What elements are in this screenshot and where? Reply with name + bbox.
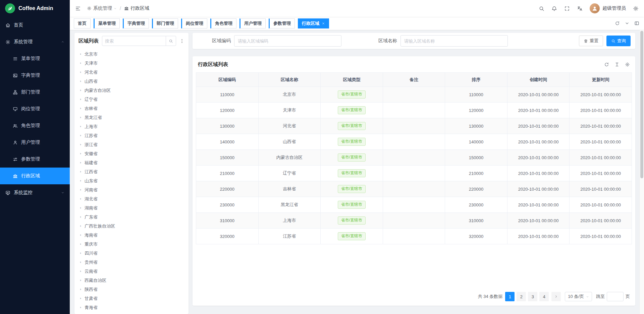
- tree-item[interactable]: 海南省: [74, 231, 189, 240]
- refresh-icon[interactable]: [604, 62, 609, 67]
- cell-region-code: 120000: [196, 103, 259, 118]
- tree-item-label: 云南省: [85, 268, 98, 274]
- tree-item[interactable]: 四川省: [74, 249, 189, 258]
- breadcrumb-section[interactable]: 系统管理: [87, 5, 117, 11]
- tab[interactable]: 角色管理: [210, 18, 236, 28]
- sidebar-item[interactable]: 行政区域: [0, 168, 70, 184]
- tree-item[interactable]: 天津市: [74, 59, 189, 68]
- sidebar-group-monitor[interactable]: 系统监控: [0, 184, 70, 201]
- tree-item[interactable]: 湖南省: [74, 203, 189, 212]
- tree-item[interactable]: 广西壮族自治区: [74, 222, 189, 231]
- pagination: 共 34 条数据 1 2 3 4 10 条/页: [478, 292, 630, 301]
- search-icon[interactable]: [166, 36, 176, 46]
- chevron-down-icon[interactable]: [625, 21, 630, 26]
- vertical-scrollbar[interactable]: [639, 30, 644, 314]
- tree-item[interactable]: 山西省: [74, 77, 189, 86]
- page-button[interactable]: 2: [517, 292, 526, 301]
- cell-region-type: 省市/直辖市: [321, 166, 383, 181]
- sidebar-item[interactable]: 参数管理: [0, 151, 70, 168]
- search-icon[interactable]: [539, 6, 544, 11]
- tree-item[interactable]: 青海省: [74, 303, 189, 312]
- page-button[interactable]: 1: [505, 292, 515, 301]
- sidebar-collapse-button[interactable]: [75, 6, 81, 11]
- tree-item[interactable]: 贵州省: [74, 258, 189, 267]
- region-name-input[interactable]: [400, 35, 508, 47]
- sidebar-item[interactable]: 菜单管理: [0, 50, 70, 67]
- tree-item[interactable]: 云南省: [74, 267, 189, 276]
- caret-right-icon: [79, 125, 82, 128]
- tree-item[interactable]: 吉林省: [74, 104, 189, 113]
- sidebar-item[interactable]: 角色管理: [0, 117, 70, 134]
- tree-item[interactable]: 内蒙古自治区: [74, 86, 189, 95]
- notification-bell-icon[interactable]: [551, 6, 557, 11]
- tree-item[interactable]: 福建省: [74, 158, 189, 167]
- tree-search: [102, 36, 176, 46]
- chevron-down-icon: [586, 295, 589, 298]
- tree-item[interactable]: 湖北省: [74, 194, 189, 203]
- tree-item[interactable]: 重庆市: [74, 240, 189, 249]
- caret-right-icon: [79, 170, 82, 173]
- density-icon[interactable]: [614, 62, 620, 67]
- tab[interactable]: 行政区域: [298, 18, 329, 28]
- tree-item[interactable]: 西藏自治区: [74, 276, 189, 285]
- tree-item[interactable]: 江西省: [74, 167, 189, 176]
- tab[interactable]: 用户管理: [239, 18, 266, 28]
- tree-item[interactable]: 河北省: [74, 68, 189, 77]
- fullscreen-icon[interactable]: [564, 6, 570, 11]
- tree-search-input[interactable]: [102, 39, 166, 44]
- close-icon[interactable]: [322, 22, 325, 25]
- tree-item[interactable]: 辽宁省: [74, 95, 189, 104]
- page-button[interactable]: 4: [539, 292, 549, 301]
- tree-item[interactable]: 上海市: [74, 122, 189, 131]
- search-button[interactable]: 查询: [606, 36, 631, 46]
- layout-panel-icon[interactable]: [634, 21, 639, 26]
- tree-item[interactable]: 江苏省: [74, 131, 189, 140]
- tab[interactable]: 菜单管理: [94, 18, 120, 28]
- cell-created-time: 2020-10-01 00:00:00: [507, 103, 570, 118]
- tab[interactable]: 字典管理: [123, 18, 149, 28]
- more-options-icon[interactable]: [179, 39, 184, 44]
- scrollbar-thumb[interactable]: [640, 31, 643, 178]
- next-page-button[interactable]: [551, 292, 561, 301]
- tab[interactable]: 部门管理: [152, 18, 178, 28]
- cell-sort: 320000: [445, 229, 507, 244]
- user-menu[interactable]: 超级管理员: [590, 3, 626, 13]
- tab[interactable]: 参数管理: [269, 18, 295, 28]
- sidebar-item-home[interactable]: 首页: [0, 17, 70, 34]
- tree-item[interactable]: 浙江省: [74, 140, 189, 149]
- sidebar-group-label: 系统管理: [14, 39, 33, 45]
- tree-item-label: 甘肃省: [85, 296, 98, 302]
- sidebar-item[interactable]: 部门管理: [0, 84, 70, 101]
- sidebar-submenu: 菜单管理 字典管理 部门管理 岗位管理 角色管理: [0, 50, 70, 184]
- tab-label: 首页: [78, 20, 87, 26]
- filter-card: 区域编码 区域名称 重置 查询: [193, 33, 635, 49]
- settings-gear-icon[interactable]: [633, 6, 639, 11]
- tree-item[interactable]: 山东省: [74, 176, 189, 185]
- tree-item[interactable]: 甘肃省: [74, 294, 189, 303]
- caret-right-icon: [79, 53, 82, 56]
- translate-icon[interactable]: [577, 6, 583, 11]
- tree-item[interactable]: 安徽省: [74, 149, 189, 158]
- gear-icon: [5, 40, 10, 45]
- page-button[interactable]: 3: [528, 292, 537, 301]
- cell-updated-time: 2020-10-01 00:00:00: [570, 229, 632, 244]
- sidebar-item[interactable]: 字典管理: [0, 67, 70, 84]
- column-settings-icon[interactable]: [625, 62, 630, 67]
- tree-item[interactable]: 广东省: [74, 212, 189, 222]
- tree-item[interactable]: 河南省: [74, 185, 189, 194]
- refresh-icon[interactable]: [615, 21, 620, 26]
- reset-button[interactable]: 重置: [579, 36, 603, 46]
- cell-region-name: 吉林省: [258, 181, 321, 197]
- jump-page-input[interactable]: [607, 292, 624, 301]
- sidebar-item[interactable]: 用户管理: [0, 134, 70, 151]
- region-code-input[interactable]: [234, 35, 341, 47]
- tree-item[interactable]: 北京市: [74, 50, 189, 59]
- tree-item[interactable]: 黑龙江省: [74, 113, 189, 122]
- tab[interactable]: 岗位管理: [181, 18, 207, 28]
- tree-item[interactable]: 陕西省: [74, 285, 189, 294]
- tab[interactable]: 首页: [74, 18, 91, 28]
- cell-region-code: 130000: [196, 118, 259, 134]
- sidebar-item[interactable]: 岗位管理: [0, 101, 70, 117]
- sidebar-group-system[interactable]: 系统管理: [0, 34, 70, 50]
- page-size-select[interactable]: 10 条/页: [565, 292, 592, 301]
